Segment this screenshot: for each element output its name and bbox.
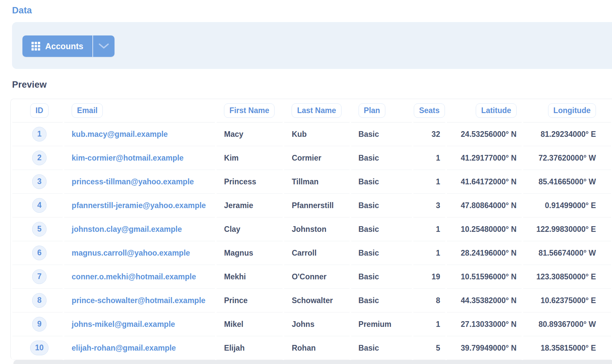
cell-last_name: Johnston bbox=[284, 217, 349, 241]
column-header-seats: Seats bbox=[413, 99, 445, 122]
column-header-email: Email bbox=[64, 99, 215, 122]
row-id-badge: 5 bbox=[32, 222, 47, 237]
cell-email: elijah-rohan@gmail.example bbox=[64, 336, 215, 360]
column-header-id: ID bbox=[12, 99, 63, 122]
cell-plan: Basic bbox=[351, 194, 412, 217]
row-id-badge: 3 bbox=[32, 174, 47, 189]
cell-latitude: 10.25480000° N bbox=[447, 217, 522, 241]
cell-plan: Basic bbox=[351, 217, 412, 241]
cell-plan: Basic bbox=[351, 241, 412, 265]
table-row: 1kub.macy@gmail.exampleMacyKubBasic3224.… bbox=[12, 122, 611, 146]
cell-id: 2 bbox=[12, 146, 63, 170]
cell-longitude: 80.89367000° W bbox=[523, 312, 611, 336]
column-header-pill-latitude[interactable]: Latitude bbox=[476, 103, 516, 118]
row-id-badge: 9 bbox=[32, 317, 47, 332]
cell-latitude: 47.80864000° N bbox=[447, 194, 522, 217]
table-row: 9johns-mikel@gmail.exampleMikelJohnsPrem… bbox=[12, 312, 611, 336]
cell-seats: 5 bbox=[413, 336, 445, 360]
cell-plan: Basic bbox=[351, 170, 412, 194]
email-text: johnston.clay@gmail.example bbox=[72, 225, 182, 234]
email-text: prince-schowalter@hotmail.example bbox=[72, 296, 206, 305]
cell-id: 4 bbox=[12, 194, 63, 217]
cell-first_name: Magnus bbox=[217, 241, 283, 265]
cell-seats: 19 bbox=[413, 265, 445, 289]
cell-last_name: Kub bbox=[284, 122, 349, 146]
column-header-pill-longitude[interactable]: Longitude bbox=[548, 103, 596, 118]
cell-email: kim-cormier@hotmail.example bbox=[64, 146, 215, 170]
table-row: 3princess-tillman@yahoo.examplePrincessT… bbox=[12, 170, 611, 194]
table-row: 10elijah-rohan@gmail.exampleElijahRohanB… bbox=[12, 336, 611, 360]
cell-seats: 1 bbox=[413, 241, 445, 265]
cell-longitude: 18.35815000° E bbox=[523, 336, 611, 360]
column-header-longitude: Longitude bbox=[523, 99, 611, 122]
dataset-split-button: Accounts bbox=[22, 35, 114, 57]
table-row: 5johnston.clay@gmail.exampleClayJohnston… bbox=[12, 217, 611, 241]
cell-first_name: Jeramie bbox=[217, 194, 283, 217]
column-header-pill-first_name[interactable]: First Name bbox=[224, 103, 275, 118]
cell-first_name: Princess bbox=[217, 170, 283, 194]
email-text: magnus.carroll@yahoo.example bbox=[72, 249, 190, 257]
cell-last_name: Johns bbox=[284, 312, 349, 336]
cell-last_name: Pfannerstill bbox=[284, 194, 349, 217]
column-header-pill-seats[interactable]: Seats bbox=[414, 103, 445, 118]
cell-latitude: 10.51596000° N bbox=[447, 265, 522, 289]
email-text: princess-tillman@yahoo.example bbox=[72, 177, 194, 186]
row-id-badge: 6 bbox=[32, 246, 47, 260]
cell-latitude: 27.13033000° N bbox=[447, 312, 522, 336]
row-id-badge: 1 bbox=[32, 127, 47, 142]
data-heading: Data bbox=[12, 5, 32, 16]
cell-longitude: 85.41665000° W bbox=[523, 170, 611, 194]
column-header-pill-plan[interactable]: Plan bbox=[359, 103, 386, 118]
cell-first_name: Prince bbox=[217, 289, 283, 312]
email-text: pfannerstill-jeramie@yahoo.example bbox=[72, 201, 206, 210]
column-header-first_name: First Name bbox=[217, 99, 283, 122]
cell-id: 10 bbox=[12, 336, 63, 360]
cell-id: 5 bbox=[12, 217, 63, 241]
cell-first_name: Clay bbox=[217, 217, 283, 241]
cell-email: prince-schowalter@hotmail.example bbox=[64, 289, 215, 312]
table-row: 8prince-schowalter@hotmail.examplePrince… bbox=[12, 289, 611, 312]
horizontal-scrollbar[interactable] bbox=[13, 360, 612, 364]
cell-plan: Basic bbox=[351, 336, 412, 360]
cell-plan: Premium bbox=[351, 312, 412, 336]
cell-email: princess-tillman@yahoo.example bbox=[64, 170, 215, 194]
email-text: johns-mikel@gmail.example bbox=[72, 320, 175, 329]
cell-longitude: 72.37620000° W bbox=[523, 146, 611, 170]
cell-seats: 1 bbox=[413, 217, 445, 241]
cell-seats: 1 bbox=[413, 170, 445, 194]
email-text: kim-cormier@hotmail.example bbox=[72, 154, 183, 162]
column-header-pill-id[interactable]: ID bbox=[30, 103, 49, 118]
cell-seats: 1 bbox=[413, 146, 445, 170]
email-text: conner.o.mekhi@hotmail.example bbox=[72, 272, 196, 281]
cell-first_name: Macy bbox=[217, 122, 283, 146]
cell-latitude: 44.35382000° N bbox=[447, 289, 522, 312]
table-row: 2kim-cormier@hotmail.exampleKimCormierBa… bbox=[12, 146, 611, 170]
cell-first_name: Elijah bbox=[217, 336, 283, 360]
row-id-badge: 10 bbox=[30, 341, 49, 355]
cell-id: 9 bbox=[12, 312, 63, 336]
row-id-badge: 8 bbox=[32, 293, 47, 308]
cell-last_name: Cormier bbox=[284, 146, 349, 170]
accounts-button-label: Accounts bbox=[45, 41, 83, 51]
cell-longitude: 10.62375000° E bbox=[523, 289, 611, 312]
column-header-pill-last_name[interactable]: Last Name bbox=[292, 103, 341, 118]
column-header-pill-email[interactable]: Email bbox=[72, 103, 103, 118]
cell-last_name: Rohan bbox=[284, 336, 349, 360]
cell-id: 3 bbox=[12, 170, 63, 194]
cell-first_name: Kim bbox=[217, 146, 283, 170]
column-header-plan: Plan bbox=[351, 99, 412, 122]
cell-plan: Basic bbox=[351, 289, 412, 312]
row-id-badge: 4 bbox=[32, 198, 47, 213]
accounts-button[interactable]: Accounts bbox=[22, 35, 93, 57]
cell-last_name: Tillman bbox=[284, 170, 349, 194]
cell-seats: 32 bbox=[413, 122, 445, 146]
cell-longitude: 0.91499000° E bbox=[523, 194, 611, 217]
cell-latitude: 41.64172000° N bbox=[447, 170, 522, 194]
cell-email: johnston.clay@gmail.example bbox=[64, 217, 215, 241]
dataset-caret-button[interactable] bbox=[93, 35, 114, 57]
cell-seats: 3 bbox=[413, 194, 445, 217]
grid-icon bbox=[31, 42, 40, 51]
cell-email: pfannerstill-jeramie@yahoo.example bbox=[64, 194, 215, 217]
chevron-down-icon bbox=[98, 43, 109, 49]
cell-id: 7 bbox=[12, 265, 63, 289]
